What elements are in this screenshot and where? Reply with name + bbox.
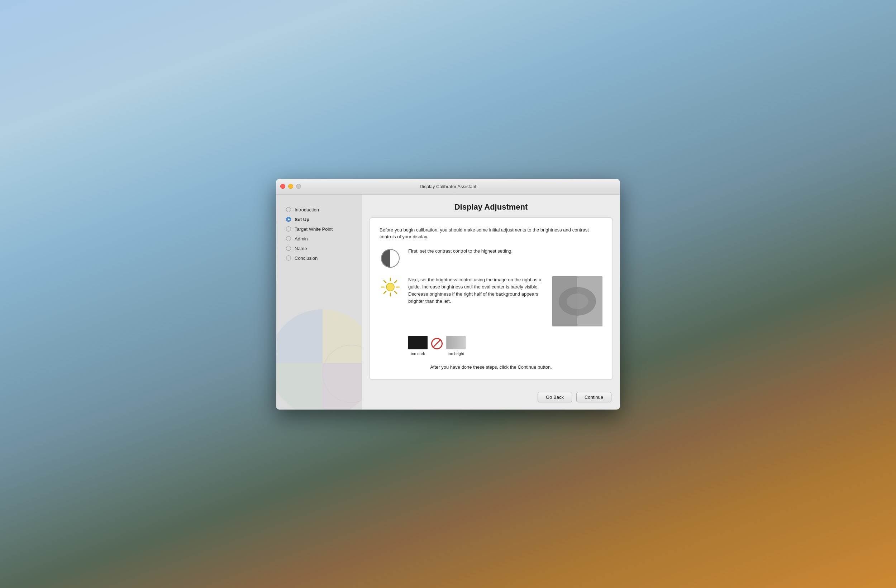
too-bright-image [446, 336, 466, 349]
sidebar-label-white-point: Target White Point [295, 227, 332, 232]
sidebar-item-setup[interactable]: Set Up [283, 215, 355, 224]
sun-icon-container [379, 276, 401, 298]
content-panel: Before you begin calibration, you should… [369, 218, 613, 380]
examples-row: too dark too bright [408, 336, 602, 356]
svg-line-6 [384, 280, 386, 283]
svg-line-7 [395, 291, 397, 294]
maximize-button[interactable] [296, 184, 301, 189]
main-content-area: Display Adjustment Before you begin cali… [362, 195, 620, 410]
minimize-button[interactable] [288, 184, 293, 189]
brightness-instruction-row: Next, set the brightness control using t… [379, 276, 602, 326]
sidebar-bullet-setup [286, 217, 291, 222]
close-button[interactable] [280, 184, 285, 189]
sun-rays-svg [381, 277, 400, 297]
traffic-lights [280, 184, 301, 189]
go-back-button[interactable]: Go Back [538, 392, 572, 402]
sidebar-item-white-point[interactable]: Target White Point [283, 225, 355, 234]
too-dark-label: too dark [411, 352, 425, 356]
sidebar-bullet-white-point [286, 227, 291, 232]
examples-section: too dark too bright [379, 334, 602, 356]
step1-text: First, set the contrast control to the h… [408, 248, 602, 255]
contrast-instruction-row: First, set the contrast control to the h… [379, 248, 602, 269]
sidebar-label-setup: Set Up [295, 217, 309, 222]
step2-text: Next, set the brightness control using t… [408, 276, 545, 305]
too-dark-example: too dark [408, 336, 428, 356]
page-title: Display Adjustment [362, 195, 620, 218]
window-title: Display Calibrator Assistant [420, 184, 476, 189]
svg-point-14 [567, 294, 588, 309]
brightness-guide-svg [552, 276, 602, 326]
sidebar-bullet-name [286, 246, 291, 251]
sidebar-label-introduction: Introduction [295, 207, 319, 212]
svg-point-10 [386, 283, 394, 291]
svg-line-9 [384, 291, 386, 294]
sidebar-item-admin[interactable]: Admin [283, 235, 355, 243]
sidebar-label-conclusion: Conclusion [295, 256, 317, 261]
title-bar: Display Calibrator Assistant [276, 179, 620, 195]
sidebar-bullet-admin [286, 236, 291, 241]
sidebar-item-name[interactable]: Name [283, 244, 355, 253]
sidebar-bullet-introduction [286, 207, 291, 212]
no-symbol-icon [431, 338, 443, 349]
sidebar-item-introduction[interactable]: Introduction [283, 205, 355, 214]
footer: Go Back Continue [362, 387, 620, 410]
intro-text: Before you begin calibration, you should… [379, 227, 602, 241]
sidebar-decoration [276, 302, 362, 410]
too-dark-image [408, 336, 428, 349]
sun-icon [381, 277, 400, 297]
after-steps-text: After you have done these steps, click t… [379, 364, 602, 370]
svg-line-8 [395, 280, 397, 283]
contrast-icon-container [379, 248, 401, 269]
continue-button[interactable]: Continue [576, 392, 611, 402]
too-bright-example: too bright [446, 336, 466, 356]
too-bright-label: too bright [448, 352, 464, 356]
sidebar-label-name: Name [295, 246, 307, 251]
sidebar-item-conclusion[interactable]: Conclusion [283, 254, 355, 263]
sidebar-bullet-conclusion [286, 256, 291, 260]
brightness-guide-image [552, 276, 602, 326]
main-window: Display Calibrator Assistant Introductio… [276, 179, 620, 410]
sidebar: Introduction Set Up Target White Point A… [276, 195, 362, 410]
window-body: Introduction Set Up Target White Point A… [276, 195, 620, 410]
contrast-icon [381, 249, 399, 268]
sidebar-label-admin: Admin [295, 236, 308, 242]
